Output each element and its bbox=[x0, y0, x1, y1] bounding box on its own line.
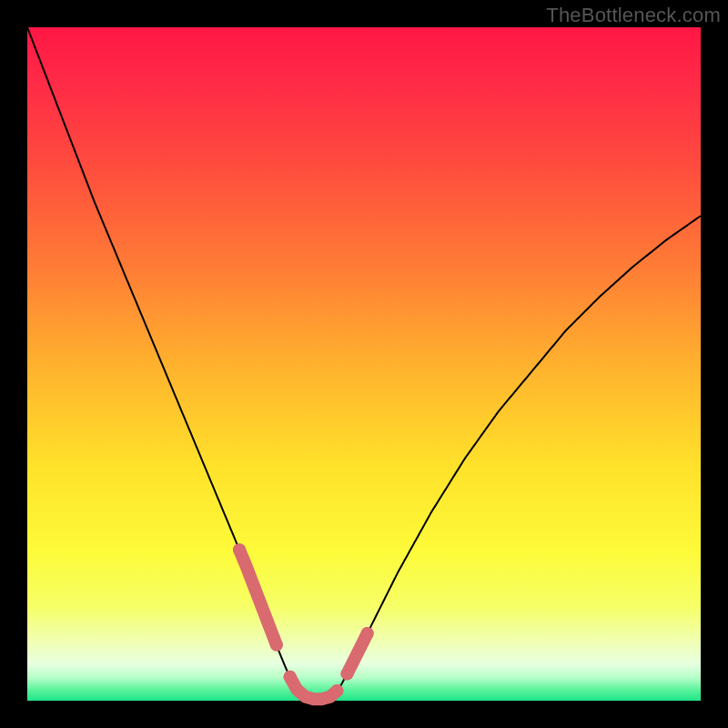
marker-cap bbox=[270, 639, 283, 652]
bottleneck-chart bbox=[0, 0, 728, 728]
watermark-text: TheBottleneck.com bbox=[546, 4, 721, 27]
marker-cap bbox=[284, 671, 297, 683]
marker-cap bbox=[233, 543, 246, 556]
marker-cap bbox=[330, 684, 343, 697]
plot-background bbox=[27, 27, 701, 701]
marker-cap bbox=[341, 667, 354, 680]
marker-cap bbox=[361, 627, 374, 640]
chart-frame: TheBottleneck.com bbox=[0, 0, 728, 728]
